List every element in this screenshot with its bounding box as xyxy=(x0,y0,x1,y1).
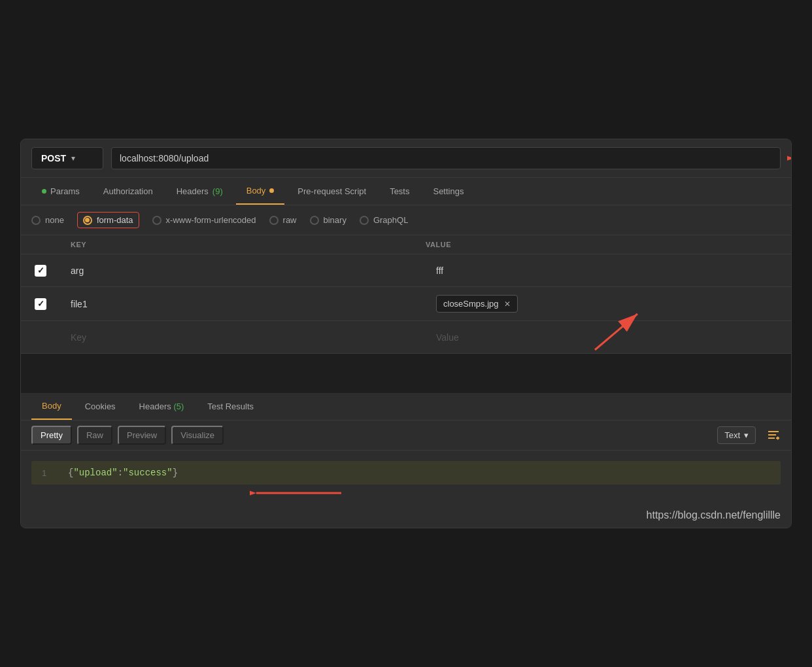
method-label: POST xyxy=(41,153,66,163)
section-separator xyxy=(21,354,791,393)
checkbox-cell-file1[interactable]: ✓ xyxy=(21,298,60,310)
code-key: "upload" xyxy=(73,468,117,478)
resp-tab-cookies[interactable]: Cookies xyxy=(75,394,126,419)
format-visualize-btn[interactable]: Visualize xyxy=(171,426,224,445)
tabs-bar: Params Authorization Headers (9) Body Pr… xyxy=(21,178,791,205)
radio-none xyxy=(31,216,41,225)
checkbox-cell-arg[interactable]: ✓ xyxy=(21,265,60,277)
value-cell-arg[interactable]: fff xyxy=(426,258,791,284)
header-key-col: KEY xyxy=(71,241,426,248)
code-value: "success" xyxy=(123,468,173,478)
params-dot xyxy=(42,189,46,194)
value-placeholder[interactable]: Value xyxy=(426,324,791,351)
wrap-svg-icon xyxy=(766,428,781,443)
code-area: 1 {"upload":"success"} xyxy=(21,451,791,503)
method-selector[interactable]: POST ▾ xyxy=(31,147,103,169)
body-type-form-data[interactable]: form-data xyxy=(77,212,139,228)
tab-authorization[interactable]: Authorization xyxy=(93,179,163,204)
tab-headers[interactable]: Headers (9) xyxy=(166,179,233,204)
tab-tests[interactable]: Tests xyxy=(379,179,420,204)
key-placeholder[interactable]: Key xyxy=(60,324,426,351)
body-type-binary[interactable]: binary xyxy=(310,215,347,225)
radio-raw xyxy=(269,216,279,225)
header-checkbox-col xyxy=(31,241,71,248)
url-bar: POST ▾ xyxy=(21,139,791,178)
body-dot xyxy=(269,188,274,193)
format-type-select[interactable]: Text ▾ xyxy=(717,426,756,444)
wrap-icon[interactable] xyxy=(766,428,781,443)
value-cell-file1[interactable]: closeSmps.jpg ✕ xyxy=(426,287,791,320)
table-row-empty: Key Value xyxy=(21,321,791,354)
tab-settings[interactable]: Settings xyxy=(422,179,474,204)
table-header: KEY VALUE xyxy=(21,235,791,254)
checkmark-file1: ✓ xyxy=(37,299,44,309)
format-type-arrow: ▾ xyxy=(744,430,749,440)
radio-inner-form-data xyxy=(85,218,90,222)
format-preview-btn[interactable]: Preview xyxy=(118,426,166,445)
format-pretty-btn[interactable]: Pretty xyxy=(31,426,72,445)
body-type-none[interactable]: none xyxy=(31,215,64,225)
key-cell-arg[interactable]: arg xyxy=(60,258,426,284)
tab-body[interactable]: Body xyxy=(236,178,285,205)
checkbox-arg[interactable]: ✓ xyxy=(35,265,46,277)
body-type-graphql[interactable]: GraphQL xyxy=(360,215,408,225)
key-cell-file1[interactable]: file1 xyxy=(60,291,426,317)
header-value-col: VALUE xyxy=(426,241,781,248)
code-colon: : xyxy=(118,468,123,478)
close-brace: } xyxy=(173,468,178,478)
radio-urlencoded xyxy=(152,216,161,225)
checkmark-arg: ✓ xyxy=(37,265,44,275)
format-type-label: Text xyxy=(724,430,740,440)
tab-pre-request[interactable]: Pre-request Script xyxy=(287,179,377,204)
code-line: 1 {"upload":"success"} xyxy=(31,461,781,485)
format-raw-btn[interactable]: Raw xyxy=(77,426,112,445)
url-arrow-annotation xyxy=(787,145,792,171)
format-bar: Pretty Raw Preview Visualize Text ▾ xyxy=(21,420,791,451)
file-badge: closeSmps.jpg ✕ xyxy=(436,295,518,313)
code-content: {"upload":"success"} xyxy=(68,468,178,478)
watermark: https://blog.csdn.net/fenglillle xyxy=(21,503,791,528)
checkbox-file1[interactable]: ✓ xyxy=(35,298,46,310)
resp-tab-body[interactable]: Body xyxy=(31,393,72,420)
radio-graphql xyxy=(360,216,369,225)
url-input[interactable] xyxy=(111,147,781,169)
form-table: KEY VALUE ✓ arg fff ✓ xyxy=(21,235,791,354)
body-type-raw[interactable]: raw xyxy=(269,215,297,225)
tab-params[interactable]: Params xyxy=(31,179,90,204)
response-tabs: Body Cookies Headers (5) Test Results xyxy=(21,393,791,420)
body-type-urlencoded[interactable]: x-www-form-urlencoded xyxy=(152,215,256,225)
file-close-icon[interactable]: ✕ xyxy=(504,299,511,309)
body-type-row: none form-data x-www-form-urlencoded raw… xyxy=(21,205,791,235)
radio-form-data xyxy=(83,216,92,225)
table-row: ✓ arg fff xyxy=(21,254,791,287)
table-row: ✓ file1 closeSmps.jpg ✕ xyxy=(21,287,791,321)
file-name: closeSmps.jpg xyxy=(443,299,499,309)
line-number: 1 xyxy=(42,468,55,478)
resp-tab-headers[interactable]: Headers (5) xyxy=(129,394,195,419)
method-dropdown-icon: ▾ xyxy=(71,154,75,163)
resp-tab-test-results[interactable]: Test Results xyxy=(197,394,264,419)
radio-binary xyxy=(310,216,319,225)
